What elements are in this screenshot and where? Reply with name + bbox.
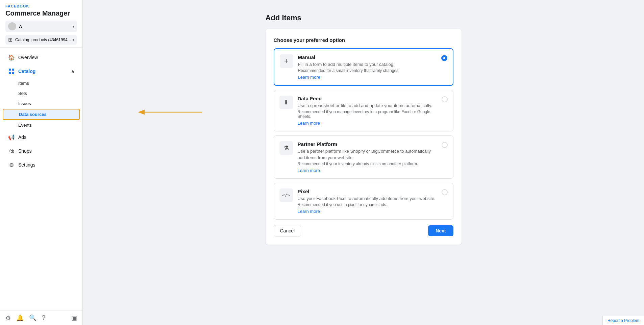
- choose-label: Choose your preferred option: [274, 37, 453, 43]
- shops-label: Shops: [18, 148, 32, 154]
- overview-icon: 🏠: [8, 54, 15, 61]
- catalog-chevron-icon: ▾: [73, 38, 74, 42]
- account-name: A: [19, 24, 73, 29]
- svg-rect-3: [12, 72, 14, 74]
- catalog-name: Catalog_products (43461994...: [15, 38, 73, 42]
- svg-rect-1: [12, 69, 14, 71]
- page-title: Add Items: [266, 14, 301, 22]
- catalog-selector[interactable]: ⊞ Catalog_products (43461994... ▾: [5, 35, 77, 45]
- data-sources-label: Data sources: [19, 112, 47, 117]
- sidebar-item-issues[interactable]: Issues: [3, 99, 80, 108]
- sidebar: FACEBOOK Commerce Manager A ▾ ⊞ Catalog_…: [0, 0, 83, 325]
- data-feed-learn-more[interactable]: Learn more: [298, 121, 320, 126]
- manual-content: Manual Fill in a form to add multiple it…: [298, 54, 437, 80]
- sidebar-item-catalog[interactable]: Catalog ∧: [3, 65, 80, 78]
- pixel-content: Pixel Use your Facebook Pixel to automat…: [298, 189, 438, 214]
- ads-icon: 📢: [8, 134, 15, 141]
- manual-rec: Recommended for a small inventory that r…: [298, 68, 437, 73]
- data-feed-desc: Use a spreadsheet or file to add and upd…: [298, 103, 438, 109]
- avatar: [8, 22, 16, 30]
- option-data-feed[interactable]: ⬆ Data Feed Use a spreadsheet or file to…: [274, 90, 453, 131]
- catalog-sub-nav: Items Sets Issues Data sources Events: [0, 78, 82, 130]
- pixel-rec: Recommended if you use a pixel for dynam…: [298, 202, 438, 207]
- data-feed-icon: ⬆: [279, 96, 293, 109]
- account-selector[interactable]: A ▾: [5, 21, 77, 32]
- data-feed-rec: Recommended if you manage inventory in a…: [298, 109, 438, 119]
- gear-icon[interactable]: ⚙: [5, 314, 11, 322]
- manual-radio[interactable]: [441, 55, 447, 61]
- items-label: Items: [18, 81, 29, 86]
- sets-label: Sets: [18, 91, 27, 96]
- partner-platform-radio[interactable]: [442, 142, 448, 148]
- cancel-button[interactable]: Cancel: [274, 225, 301, 236]
- catalog-expand-icon: ∧: [71, 69, 74, 74]
- sidebar-item-shops[interactable]: 🛍 Shops: [3, 144, 80, 158]
- bell-icon[interactable]: 🔔: [16, 314, 24, 322]
- sidebar-item-items[interactable]: Items: [3, 78, 80, 88]
- data-feed-title: Data Feed: [298, 96, 438, 101]
- catalog-icon: [8, 68, 15, 75]
- platform-label: FACEBOOK: [5, 4, 77, 8]
- arrow-annotation: [136, 107, 204, 117]
- pixel-learn-more[interactable]: Learn more: [298, 209, 320, 214]
- manual-learn-more[interactable]: Learn more: [298, 75, 320, 80]
- events-label: Events: [18, 123, 32, 128]
- sidebar-top: FACEBOOK Commerce Manager A ▾ ⊞ Catalog_…: [0, 0, 82, 48]
- main-content: Add Items Choose your preferred option +…: [83, 0, 644, 325]
- shops-icon: 🛍: [8, 148, 15, 154]
- pixel-desc: Use your Facebook Pixel to automatically…: [298, 196, 438, 202]
- partner-platform-content: Partner Platform Use a partner platform …: [298, 141, 438, 173]
- sidebar-item-overview[interactable]: 🏠 Overview: [3, 51, 80, 64]
- overview-label: Overview: [18, 55, 38, 60]
- pixel-radio[interactable]: [442, 189, 448, 195]
- svg-rect-0: [9, 69, 11, 71]
- pixel-icon: </>: [279, 189, 293, 202]
- partner-platform-desc: Use a partner platform like Shopify or B…: [298, 148, 438, 160]
- manual-icon: +: [280, 54, 293, 68]
- bottom-icons: ⚙ 🔔 🔍 ?: [5, 314, 45, 322]
- partner-platform-title: Partner Platform: [298, 141, 438, 147]
- data-feed-radio[interactable]: [442, 96, 448, 102]
- card-actions: Cancel Next: [274, 225, 453, 236]
- search-icon[interactable]: 🔍: [29, 314, 36, 322]
- option-pixel[interactable]: </> Pixel Use your Facebook Pixel to aut…: [274, 183, 453, 220]
- sidebar-nav: 🏠 Overview Catalog ∧ Items Sets: [0, 48, 82, 310]
- ads-label: Ads: [18, 134, 26, 140]
- app-title: Commerce Manager: [5, 9, 77, 17]
- options-card: Choose your preferred option + Manual Fi…: [266, 29, 462, 245]
- settings-label: Settings: [18, 162, 35, 168]
- partner-platform-learn-more[interactable]: Learn more: [298, 168, 320, 173]
- svg-rect-2: [9, 72, 11, 74]
- help-icon[interactable]: ?: [42, 314, 45, 322]
- next-button[interactable]: Next: [428, 225, 453, 236]
- account-chevron-icon: ▾: [73, 25, 74, 28]
- partner-platform-rec: Recommended if your inventory already ex…: [298, 161, 438, 166]
- sidebar-bottom: ⚙ 🔔 🔍 ? ▣: [0, 310, 82, 325]
- settings-icon: ⚙: [8, 161, 15, 168]
- data-feed-content: Data Feed Use a spreadsheet or file to a…: [298, 96, 438, 126]
- partner-platform-icon: ⚗: [279, 141, 293, 155]
- catalog-grid-icon: ⊞: [8, 36, 13, 43]
- option-manual[interactable]: + Manual Fill in a form to add multiple …: [274, 48, 453, 86]
- sidebar-item-ads[interactable]: 📢 Ads: [3, 130, 80, 144]
- option-partner-platform[interactable]: ⚗ Partner Platform Use a partner platfor…: [274, 135, 453, 178]
- manual-title: Manual: [298, 54, 437, 60]
- sidebar-item-data-sources[interactable]: Data sources: [3, 109, 80, 120]
- issues-label: Issues: [18, 101, 31, 106]
- pixel-title: Pixel: [298, 189, 438, 194]
- sidebar-item-sets[interactable]: Sets: [3, 89, 80, 98]
- manual-desc: Fill in a form to add multiple items to …: [298, 61, 437, 68]
- report-problem-button[interactable]: Report a Problem: [602, 316, 644, 325]
- panel-icon[interactable]: ▣: [71, 314, 77, 322]
- sidebar-item-settings[interactable]: ⚙ Settings: [3, 158, 80, 172]
- sidebar-item-events[interactable]: Events: [3, 120, 80, 130]
- catalog-label: Catalog: [18, 69, 35, 74]
